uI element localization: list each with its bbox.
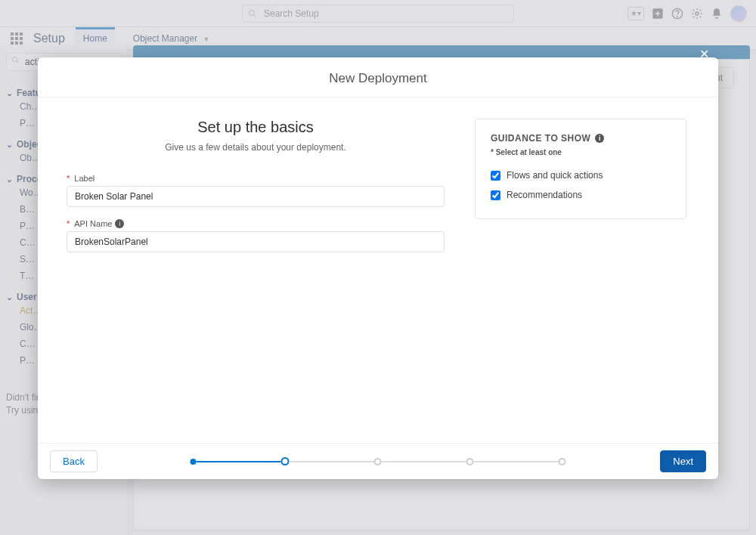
guidance-option-label: Flows and quick actions — [507, 170, 603, 181]
apiname-field-label: API Name i — [67, 219, 445, 228]
step-line — [197, 461, 281, 462]
guidance-option-label: Recommendations — [507, 190, 582, 200]
close-icon[interactable]: ✕ — [696, 45, 712, 62]
apiname-input[interactable] — [67, 231, 445, 252]
checkbox-recommendations[interactable] — [491, 190, 500, 200]
step-1-dot — [191, 459, 197, 465]
guidance-option-flows[interactable]: Flows and quick actions — [491, 165, 671, 185]
modal: ✕ New Deployment Set up the basics Give … — [38, 57, 718, 479]
step-line — [474, 461, 559, 462]
page-subtitle: Give us a few details about your deploym… — [67, 142, 445, 153]
step-3-dot — [374, 458, 382, 465]
guidance-title: GUIDANCE TO SHOW i — [491, 133, 671, 144]
step-line — [382, 461, 466, 462]
step-indicator — [191, 457, 566, 465]
label-text: Label — [74, 174, 94, 183]
guidance-option-recommendations[interactable]: Recommendations — [491, 185, 671, 205]
info-icon[interactable]: i — [115, 219, 124, 228]
guidance-title-text: GUIDANCE TO SHOW — [491, 133, 590, 144]
step-line — [290, 461, 374, 462]
guidance-subtitle: Select at least one — [491, 148, 671, 156]
modal-footer: Back Next — [38, 443, 718, 479]
page-title: Set up the basics — [67, 119, 445, 136]
modal-title: New Deployment — [38, 57, 718, 97]
label-field-label: Label — [67, 174, 445, 183]
label-input[interactable] — [67, 186, 445, 207]
apiname-text: API Name — [74, 219, 112, 228]
step-2-dot — [281, 457, 290, 465]
step-5-dot — [559, 458, 566, 465]
step-4-dot — [466, 458, 474, 465]
back-button[interactable]: Back — [50, 450, 98, 472]
info-icon[interactable]: i — [595, 134, 604, 143]
guidance-panel: GUIDANCE TO SHOW i Select at least one F… — [475, 119, 686, 219]
next-button[interactable]: Next — [660, 450, 706, 472]
checkbox-flows[interactable] — [491, 171, 500, 181]
